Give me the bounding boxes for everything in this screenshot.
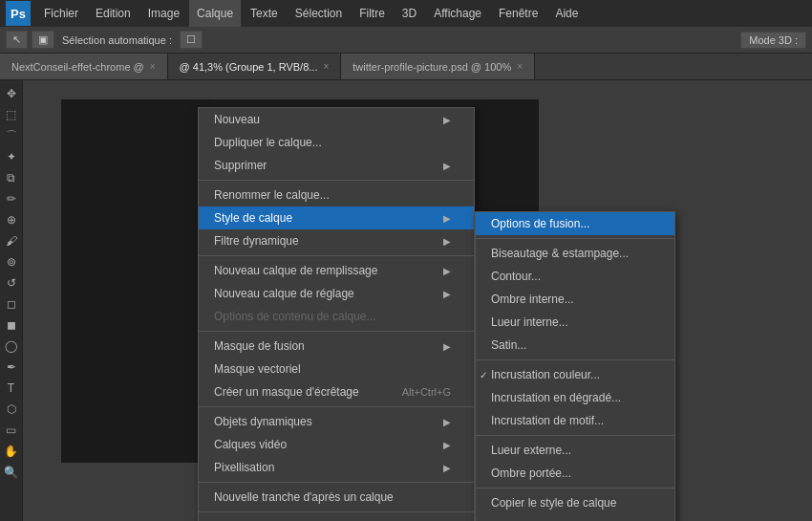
marquee-tool[interactable]: ⬚ xyxy=(2,105,21,124)
shape-tool[interactable]: ▭ xyxy=(2,421,21,440)
calque-menu-item-remplissage[interactable]: Nouveau calque de remplissage▶ xyxy=(199,259,474,282)
calque-menu-item-reglage[interactable]: Nouveau calque de réglage▶ xyxy=(199,282,474,305)
submenu-arrow-style: ▶ xyxy=(443,213,451,224)
style-submenu-item-ombre_portee[interactable]: Ombre portée... xyxy=(476,462,674,485)
calque-menu-item-nouvelle_tranche[interactable]: Nouvelle tranche d'après un calque xyxy=(199,486,474,509)
calque-menu-item-nouveau[interactable]: Nouveau▶ xyxy=(199,108,474,131)
menu-item-aide[interactable]: Aide xyxy=(547,0,586,27)
calque-menu-item-supprimer[interactable]: Supprimer▶ xyxy=(199,154,474,177)
lasso-tool[interactable]: ⌒ xyxy=(2,126,21,145)
zoom-tool[interactable]: 🔍 xyxy=(2,463,21,482)
history-tool[interactable]: ↺ xyxy=(2,273,21,293)
submenu-arrow-filtre_dyn: ▶ xyxy=(443,236,451,247)
tab-tab3[interactable]: twitter-profile-picture.psd @ 100%× xyxy=(341,54,535,79)
style-submenu-item-copier_style[interactable]: Copier le style de calque xyxy=(476,491,674,514)
style-submenu-label-lueur_interne: Lueur interne... xyxy=(491,315,568,329)
calque-menu-label-nouvelle_tranche: Nouvelle tranche d'après un calque xyxy=(214,490,394,504)
eraser-tool[interactable]: ◻ xyxy=(2,294,21,314)
style-submenu-item-lueur_interne[interactable]: Lueur interne... xyxy=(476,311,674,334)
calque-menu-sep-after-supprimer xyxy=(199,180,474,181)
calque-menu-label-creer_masque: Créer un masque d'écrêtage xyxy=(214,385,359,399)
hand-tool[interactable]: ✋ xyxy=(2,442,21,461)
style-submenu-item-options_fusion[interactable]: Options de fusion... xyxy=(476,212,674,235)
calque-menu-item-pixellisation[interactable]: Pixellisation▶ xyxy=(199,456,474,479)
calque-menu-item-calques_video[interactable]: Calques vidéo▶ xyxy=(199,433,474,456)
eyedropper-tool[interactable]: ✏ xyxy=(2,189,21,208)
calque-menu-item-masque_vect[interactable]: Masque vectoriel xyxy=(199,358,474,380)
menu-item-selection[interactable]: Sélection xyxy=(288,0,350,27)
calque-menu-item-associer[interactable]: Associer les calquesCtrl+G xyxy=(199,515,474,521)
style-submenu-label-options_fusion: Options de fusion... xyxy=(491,217,589,230)
pen-tool[interactable]: ✒ xyxy=(2,358,21,377)
toolbar-checkbox-btn[interactable]: ☐ xyxy=(180,31,203,49)
menu-item-edition[interactable]: Edition xyxy=(88,0,139,27)
tab-close-tab3[interactable]: × xyxy=(517,61,523,72)
move-tool[interactable]: ✥ xyxy=(2,84,21,103)
text-tool[interactable]: T xyxy=(2,379,21,398)
calque-menu-label-reglage: Nouveau calque de réglage xyxy=(214,287,354,300)
calque-menu-shortcut-creer_masque: Alt+Ctrl+G xyxy=(402,386,451,398)
calque-menu-sep-after-pixellisation xyxy=(199,482,474,483)
toolbar-options-btn[interactable]: ▣ xyxy=(32,31,54,49)
menu-item-texte[interactable]: Texte xyxy=(243,0,286,27)
calque-menu-item-style[interactable]: Style de calque▶ xyxy=(199,206,474,229)
healing-tool[interactable]: ⊕ xyxy=(2,210,21,229)
gradient-tool[interactable]: ◼ xyxy=(2,315,21,335)
calque-menu-item-dupliquer[interactable]: Dupliquer le calque... xyxy=(199,131,474,154)
style-submenu-label-ombre_portee: Ombre portée... xyxy=(491,467,571,480)
style-submenu-item-incrust_motif[interactable]: Incrustation de motif... xyxy=(476,409,674,432)
style-submenu-item-coller_style[interactable]: Coller le style de calque xyxy=(476,514,674,521)
main-area: ✥ ⬚ ⌒ ✦ ⧉ ✏ ⊕ 🖌 ⊚ ↺ ◻ ◼ ◯ ✒ T ⬡ ▭ ✋ 🔍 DC… xyxy=(0,80,812,521)
calque-menu-item-masque_fusion[interactable]: Masque de fusion▶ xyxy=(199,335,474,358)
submenu-arrow-supprimer: ▶ xyxy=(443,161,451,171)
calque-menu-sep-after-creer_masque xyxy=(199,406,474,407)
style-submenu-item-incrust_degrade[interactable]: Incrustation en dégradé... xyxy=(476,386,674,409)
clone-tool[interactable]: ⊚ xyxy=(2,252,21,271)
style-calque-submenu[interactable]: Options de fusion...Biseautage & estampa… xyxy=(475,211,675,521)
tab-tab2[interactable]: @ 41,3% (Groupe 1, RVB/8...× xyxy=(168,54,342,79)
tab-close-tab2[interactable]: × xyxy=(323,61,329,72)
path-tool[interactable]: ⬡ xyxy=(2,400,21,419)
menu-item-affichage[interactable]: Affichage xyxy=(426,0,489,27)
menu-item-filtre[interactable]: Filtre xyxy=(352,0,393,27)
style-submenu-item-ombre_interne[interactable]: Ombre interne... xyxy=(476,288,674,311)
style-submenu-item-biseautage[interactable]: Biseautage & estampage... xyxy=(476,242,674,265)
style-submenu-label-incrust_couleur: Incrustation couleur... xyxy=(491,368,600,381)
calque-dropdown-menu[interactable]: Nouveau▶Dupliquer le calque...Supprimer▶… xyxy=(198,107,475,521)
calque-menu-item-renommer[interactable]: Renommer le calque... xyxy=(199,184,474,206)
toolbar-arrow-btn[interactable]: ↖ xyxy=(6,31,28,49)
submenu-arrow-pixellisation: ▶ xyxy=(443,463,451,473)
style-submenu-item-satin[interactable]: Satin... xyxy=(476,334,674,357)
calque-menu-item-filtre_dyn[interactable]: Filtre dynamique▶ xyxy=(199,229,474,252)
left-sidebar: ✥ ⬚ ⌒ ✦ ⧉ ✏ ⊕ 🖌 ⊚ ↺ ◻ ◼ ◯ ✒ T ⬡ ▭ ✋ 🔍 xyxy=(0,80,23,521)
tab-close-tab1[interactable]: × xyxy=(150,61,156,72)
brush-tool[interactable]: 🖌 xyxy=(2,231,21,250)
magic-wand-tool[interactable]: ✦ xyxy=(2,147,21,166)
menu-item-3d[interactable]: 3D xyxy=(395,0,424,27)
style-submenu-label-biseautage: Biseautage & estampage... xyxy=(491,247,629,260)
menu-item-calque[interactable]: Calque xyxy=(189,0,241,27)
tab-tab1[interactable]: NextConseil-effet-chrome @× xyxy=(0,54,168,79)
menu-item-fenetre[interactable]: Fenêtre xyxy=(491,0,545,27)
style-submenu-item-lueur_externe[interactable]: Lueur externe... xyxy=(476,439,674,462)
style-submenu-label-incrust_motif: Incrustation de motif... xyxy=(491,414,604,427)
submenu-arrow-objets_dyn: ▶ xyxy=(443,417,451,427)
calque-menu-label-masque_fusion: Masque de fusion xyxy=(214,339,305,353)
menu-item-image[interactable]: Image xyxy=(140,0,187,27)
calque-menu-item-creer_masque[interactable]: Créer un masque d'écrêtageAlt+Ctrl+G xyxy=(199,380,474,403)
menu-bar-container: Ps FichierEditionImageCalqueTexteSélecti… xyxy=(0,0,812,27)
style-submenu-item-contour[interactable]: Contour... xyxy=(476,265,674,288)
mode-3d-button[interactable]: Mode 3D : xyxy=(740,32,806,49)
calque-menu-item-objets_dyn[interactable]: Objets dynamiques▶ xyxy=(199,410,474,433)
style-submenu-item-incrust_couleur[interactable]: Incrustation couleur... xyxy=(476,363,674,386)
calque-menu-label-objets_dyn: Objets dynamiques xyxy=(214,415,312,428)
tab-label-tab1: NextConseil-effet-chrome @ xyxy=(11,61,144,73)
crop-tool[interactable]: ⧉ xyxy=(2,168,21,187)
selection-auto-label: Sélection automatique : xyxy=(58,34,176,46)
calque-menu-sep-after-options_contenu xyxy=(199,331,474,332)
style-sep-separator4 xyxy=(476,488,674,488)
menu-item-fichier[interactable]: Fichier xyxy=(36,0,86,27)
style-submenu-label-contour: Contour... xyxy=(491,270,541,283)
calque-menu-label-filtre_dyn: Filtre dynamique xyxy=(214,234,299,248)
dodge-tool[interactable]: ◯ xyxy=(2,336,21,356)
